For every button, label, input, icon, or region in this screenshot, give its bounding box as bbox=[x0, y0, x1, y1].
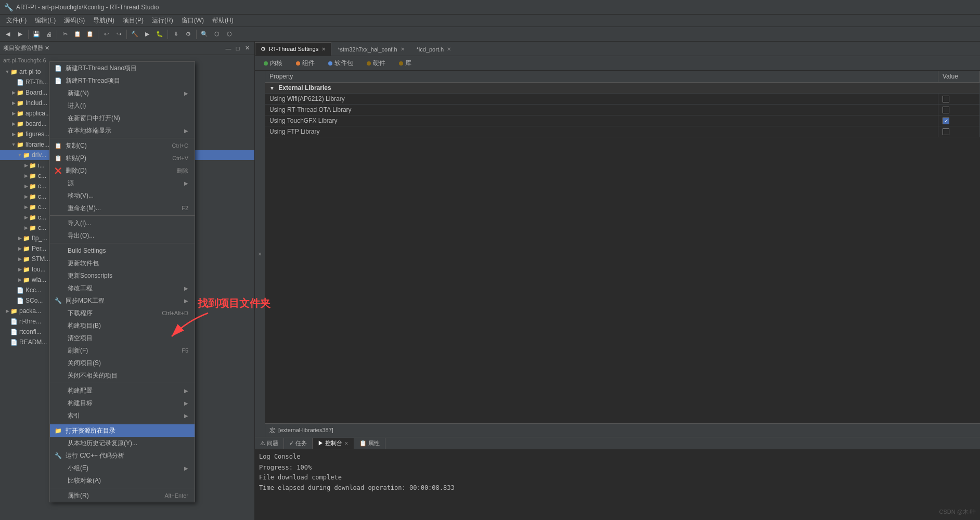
ctx-update-pkg[interactable]: 更新软件包 bbox=[50, 257, 195, 269]
ctx-run-analysis[interactable]: 🔧 运行 C/C++ 代码分析 bbox=[50, 449, 195, 462]
prop-touchgfx-label: Using TouchGFX Library bbox=[265, 115, 938, 126]
panel-collapse-btn[interactable]: — bbox=[224, 44, 233, 53]
menu-navigate[interactable]: 导航(N) bbox=[89, 15, 119, 26]
toolbar-btn-11[interactable]: ⬡ bbox=[211, 29, 223, 40]
ctx-build-config[interactable]: 构建配置 ▶ bbox=[50, 384, 195, 397]
toolbar-btn-10[interactable]: ⚙ bbox=[183, 29, 194, 40]
ctx-build-target[interactable]: 构建目标 ▶ bbox=[50, 397, 195, 409]
settings-tab-software[interactable]: 软件包 bbox=[324, 57, 358, 70]
properties-label: 📋 属性 bbox=[359, 439, 380, 447]
ctx-update-scons[interactable]: 更新Sconscripts bbox=[50, 269, 195, 282]
toolbar-btn-print[interactable]: 🖨 bbox=[43, 29, 55, 40]
prop-touchgfx-value: ✓ bbox=[938, 115, 980, 126]
prop-wifi-value bbox=[938, 94, 980, 105]
tab-rtt-close[interactable]: ✕ bbox=[321, 46, 326, 52]
tab-stm32[interactable]: *stm32h7xx_hal_conf.h ✕ bbox=[332, 42, 410, 56]
menu-run[interactable]: 运行(R) bbox=[148, 15, 177, 26]
bottom-tab-problems[interactable]: ⚠ 问题 bbox=[255, 438, 284, 449]
toolbar-btn-1[interactable]: ◀ bbox=[2, 29, 14, 40]
prop-ftp-checkbox[interactable] bbox=[943, 128, 949, 135]
ctx-move[interactable]: 移动(V)... bbox=[50, 189, 195, 202]
toolbar-btn-redo[interactable]: ↪ bbox=[113, 29, 124, 40]
ctx-properties[interactable]: 属性(R) Alt+Enter bbox=[50, 489, 195, 502]
tree-arrow-libraries: ▼ bbox=[10, 142, 17, 147]
toolbar-btn-12[interactable]: ⬡ bbox=[224, 29, 235, 40]
toolbar-btn-8[interactable]: 🐛 bbox=[154, 29, 165, 40]
ctx-import[interactable]: 导入(I)... bbox=[50, 217, 195, 229]
toolbar-btn-4[interactable]: 📋 bbox=[72, 29, 83, 40]
collapse-panel[interactable]: » bbox=[255, 71, 265, 437]
tab-lcd[interactable]: *lcd_port.h ✕ bbox=[411, 42, 457, 56]
group-row-external[interactable]: ▼ External Libraries bbox=[265, 83, 980, 94]
ctx-open-new-win[interactable]: 在新窗口中打开(N) bbox=[50, 112, 195, 124]
settings-tab-kernel[interactable]: 内核 bbox=[259, 57, 287, 70]
ctx-enter[interactable]: 进入(I) bbox=[50, 99, 195, 112]
ctx-source[interactable]: 源 ▶ bbox=[50, 177, 195, 189]
tab-rtt-settings[interactable]: ⚙ RT-Thread Settings ✕ bbox=[255, 42, 331, 56]
ctx-restore-history[interactable]: 从本地历史记录复原(Y)... bbox=[50, 437, 195, 449]
ctx-clean-label: 清空项目 bbox=[68, 334, 93, 343]
prop-ota-checkbox[interactable] bbox=[943, 107, 949, 113]
ctx-build-project[interactable]: 构建项目(B) bbox=[50, 319, 195, 332]
toolbar-btn-2[interactable]: ▶ bbox=[15, 29, 26, 40]
bottom-tab-properties[interactable]: 📋 属性 bbox=[354, 438, 385, 449]
tree-icon-c6: 📁 bbox=[29, 225, 36, 231]
tab-stm32-close[interactable]: ✕ bbox=[401, 46, 405, 52]
ctx-refresh[interactable]: 刷新(F) F5 bbox=[50, 344, 195, 357]
ctx-show-terminal[interactable]: 在本地终端显示 ▶ bbox=[50, 124, 195, 137]
ctx-open-folder[interactable]: 📁 打开资源所在目录 bbox=[50, 424, 195, 437]
menu-file[interactable]: 文件(F) bbox=[2, 15, 31, 26]
ctx-paste[interactable]: 📋 粘贴(P) Ctrl+V bbox=[50, 152, 195, 164]
ctx-download-shortcut: Ctrl+Alt+D bbox=[162, 310, 188, 316]
toolbar-btn-7[interactable]: ▶ bbox=[141, 29, 153, 40]
ctx-new-nano[interactable]: 📄 新建RT-Thread Nano项目 bbox=[50, 62, 195, 74]
ctx-new-rtthread-icon: 📄 bbox=[54, 76, 62, 85]
toolbar-btn-search[interactable]: 🔍 bbox=[199, 29, 210, 40]
ctx-sep-3 bbox=[50, 243, 195, 243]
tree-arrow-i: ▶ bbox=[23, 163, 29, 168]
toolbar-btn-9[interactable]: ⇩ bbox=[170, 29, 182, 40]
menu-window[interactable]: 窗口(W) bbox=[177, 15, 208, 26]
prop-touchgfx-checkbox[interactable]: ✓ bbox=[943, 118, 949, 124]
panel-close-btn[interactable]: ✕ bbox=[243, 44, 251, 53]
bottom-tab-tasks[interactable]: ✓ 任务 bbox=[284, 438, 313, 449]
ctx-copy[interactable]: 📋 复制(C) Ctrl+C bbox=[50, 139, 195, 152]
toolbar-btn-5[interactable]: 📋 bbox=[84, 29, 96, 40]
ctx-compare[interactable]: 比较对象(A) bbox=[50, 474, 195, 487]
ctx-paste-icon: 📋 bbox=[54, 154, 62, 162]
menu-edit[interactable]: 编辑(E) bbox=[31, 15, 60, 26]
prop-wifi-checkbox-container bbox=[943, 96, 975, 102]
ctx-build-settings[interactable]: Build Settings bbox=[50, 244, 195, 257]
panel-maximize-btn[interactable]: □ bbox=[234, 44, 242, 53]
ctx-modify-project[interactable]: 修改工程 ▶ bbox=[50, 282, 195, 294]
ctx-index[interactable]: 索引 ▶ bbox=[50, 409, 195, 422]
prop-row-ota: Using RT-Thread OTA Library bbox=[265, 105, 980, 115]
menu-project[interactable]: 项目(P) bbox=[119, 15, 148, 26]
tree-arrow-tou: ▶ bbox=[17, 267, 23, 272]
settings-tab-component[interactable]: 组件 bbox=[291, 57, 319, 70]
toolbar-btn-undo[interactable]: ↩ bbox=[100, 29, 112, 40]
ctx-delete[interactable]: ❌ 删除(D) 删除 bbox=[50, 164, 195, 177]
settings-tab-hardware[interactable]: 硬件 bbox=[362, 57, 390, 70]
ctx-new-rtthread[interactable]: 📄 新建RT-Thread项目 bbox=[50, 74, 195, 87]
tree-icon-applica: 📁 bbox=[17, 110, 24, 117]
ctx-new[interactable]: 新建(N) ▶ bbox=[50, 87, 195, 99]
tab-lcd-close[interactable]: ✕ bbox=[447, 46, 451, 52]
ctx-download[interactable]: 下载程序 Ctrl+Alt+D bbox=[50, 307, 195, 319]
settings-tab-library[interactable]: 库 bbox=[394, 57, 416, 70]
ctx-group[interactable]: 小组(E) ▶ bbox=[50, 462, 195, 474]
toolbar-btn-6[interactable]: 🔨 bbox=[129, 29, 140, 40]
ctx-sync-mdk[interactable]: 🔧 同步MDK工程 ▶ bbox=[50, 294, 195, 307]
prop-wifi-checkbox[interactable] bbox=[943, 96, 949, 102]
ctx-close-project[interactable]: 关闭项目(S) bbox=[50, 357, 195, 369]
ctx-export[interactable]: 导出(O)... bbox=[50, 229, 195, 242]
menu-source[interactable]: 源码(S) bbox=[60, 15, 89, 26]
toolbar-btn-save[interactable]: 💾 bbox=[31, 29, 42, 40]
menu-help[interactable]: 帮助(H) bbox=[208, 15, 238, 26]
toolbar-btn-3[interactable]: ✂ bbox=[59, 29, 71, 40]
ctx-rename[interactable]: 重命名(M)... F2 bbox=[50, 202, 195, 214]
bottom-tab-console[interactable]: ▶ 控制台 ✕ bbox=[313, 438, 354, 449]
console-close[interactable]: ✕ bbox=[344, 441, 349, 446]
ctx-close-unrelated[interactable]: 关闭不相关的项目 bbox=[50, 369, 195, 382]
ctx-clean[interactable]: 清空项目 bbox=[50, 332, 195, 344]
